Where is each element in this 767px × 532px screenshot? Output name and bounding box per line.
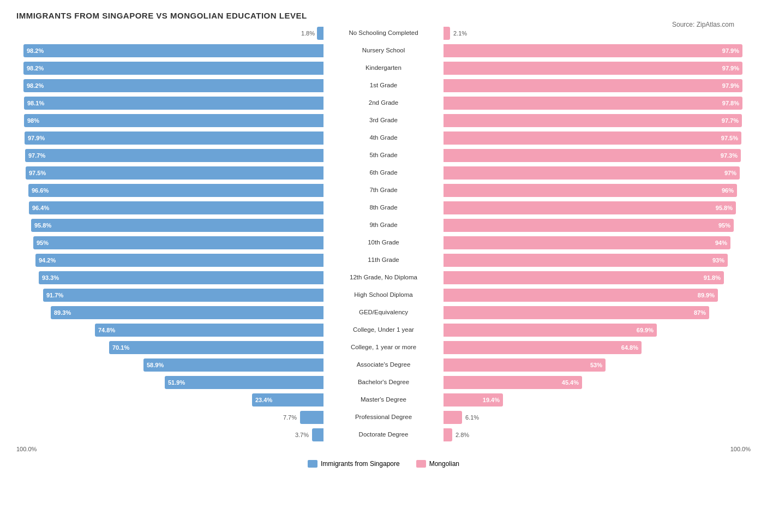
legend-pink: Mongolian: [416, 460, 459, 468]
left-value-outside: 3.7%: [295, 432, 309, 438]
blue-bar: 97.9%: [25, 131, 323, 145]
pink-bar: 97.7%: [444, 114, 742, 127]
right-value: 97.5%: [721, 135, 738, 141]
blue-bar: 94.2%: [35, 254, 323, 267]
legend-blue-box: [308, 460, 317, 468]
pink-bar: 95%: [444, 219, 734, 232]
blue-bar: 89.3%: [51, 306, 323, 319]
right-value: 91.8%: [704, 274, 721, 281]
row-label: Kindergarten: [323, 64, 444, 72]
right-value: 97.7%: [722, 117, 739, 124]
blue-bar: 51.9%: [165, 376, 323, 389]
blue-bar: [312, 428, 323, 441]
left-bar-container: 70.1%: [16, 341, 323, 354]
pink-bar: 97%: [444, 166, 740, 180]
left-value: 95.8%: [34, 222, 51, 229]
left-bar-container: 96.6%: [16, 184, 323, 197]
legend-blue: Immigrants from Singapore: [308, 460, 400, 468]
row-label: 5th Grade: [323, 152, 444, 159]
right-bar-container: 6.1%: [444, 411, 751, 424]
right-bar-container: 64.8%: [444, 341, 751, 354]
right-bar-container: 97%: [444, 166, 751, 180]
right-value-outside: 2.8%: [456, 432, 469, 438]
left-bar-container: 98.2%: [16, 79, 323, 92]
left-bar-container: 89.3%: [16, 306, 323, 319]
bottom-axis: 100.0% 100.0%: [16, 446, 751, 452]
pink-bar: 97.9%: [444, 44, 742, 57]
row-label: Nursery School: [323, 47, 444, 55]
left-bar-container: 23.4%: [16, 393, 323, 407]
row-label: College, 1 year or more: [323, 344, 444, 351]
right-value: 97%: [724, 170, 736, 176]
left-bar-container: 97.5%: [16, 166, 323, 180]
chart-row: 23.4% Master's Degree 19.4%: [16, 392, 751, 408]
left-bar-container: 3.7%: [16, 428, 323, 441]
chart-row: 98% 3rd Grade 97.7%: [16, 113, 751, 128]
left-bar-container: 98.2%: [16, 44, 323, 57]
right-value: 97.8%: [722, 100, 739, 106]
right-bar-container: 97.3%: [444, 149, 751, 162]
left-value: 97.7%: [28, 152, 45, 159]
row-label: 9th Grade: [323, 222, 444, 229]
right-value: 53%: [590, 362, 602, 368]
row-label: 1st Grade: [323, 82, 444, 89]
chart-row: 97.7% 5th Grade 97.3%: [16, 148, 751, 163]
left-value: 96.4%: [32, 205, 49, 211]
chart-row: 95.8% 9th Grade 95%: [16, 218, 751, 233]
left-value: 97.9%: [28, 135, 45, 141]
right-value: 96%: [722, 187, 734, 194]
row-label: 12th Grade, No Diploma: [323, 274, 444, 282]
pink-bar: 87%: [444, 306, 709, 319]
right-bar-container: 91.8%: [444, 271, 751, 284]
pink-bar: 64.8%: [444, 341, 642, 354]
left-value: 97.5%: [29, 170, 46, 176]
right-bar-container: 87%: [444, 306, 751, 319]
left-bar-container: 98%: [16, 114, 323, 127]
chart-row: 93.3% 12th Grade, No Diploma 91.8%: [16, 270, 751, 285]
left-value: 98.2%: [27, 47, 44, 54]
row-label: No Schooling Completed: [323, 29, 444, 37]
blue-bar: 58.9%: [143, 358, 323, 372]
right-value-outside: 2.1%: [453, 30, 467, 37]
left-value: 98.1%: [27, 100, 44, 106]
left-value: 91.7%: [46, 292, 63, 298]
right-value: 95.8%: [716, 205, 733, 211]
right-value: 69.9%: [637, 327, 654, 333]
chart-row: 58.9% Associate's Degree 53%: [16, 357, 751, 373]
left-bar-container: 97.9%: [16, 131, 323, 145]
right-value: 19.4%: [483, 397, 500, 403]
chart-row: 98.2% Nursery School 97.9%: [16, 43, 751, 58]
left-bar-container: 95.8%: [16, 219, 323, 232]
row-label: 7th Grade: [323, 187, 444, 194]
left-value: 70.1%: [112, 344, 129, 351]
right-bar-container: 53%: [444, 358, 751, 372]
right-bar-container: 94%: [444, 236, 751, 249]
chart-row: 3.7% Doctorate Degree 2.8%: [16, 427, 751, 443]
left-value-outside: 7.7%: [283, 414, 297, 421]
right-value: 97.9%: [722, 65, 739, 71]
left-value: 98.2%: [27, 82, 44, 89]
row-label: Bachelor's Degree: [323, 379, 444, 386]
pink-bar: 69.9%: [444, 324, 657, 337]
pink-bar: 89.9%: [444, 289, 718, 302]
row-label: 10th Grade: [323, 239, 444, 247]
row-label: High School Diploma: [323, 291, 444, 299]
blue-bar: 74.8%: [95, 324, 323, 337]
pink-bar: 19.4%: [444, 393, 503, 407]
right-bar-container: 19.4%: [444, 393, 751, 407]
right-value-outside: 6.1%: [465, 414, 479, 421]
right-value: 95%: [718, 222, 730, 229]
right-bar-container: 97.9%: [444, 44, 751, 57]
right-bar-container: 95%: [444, 219, 751, 232]
blue-bar: 98.1%: [24, 97, 323, 110]
row-label: Associate's Degree: [323, 361, 444, 369]
right-bar-container: 2.8%: [444, 428, 751, 441]
right-value: 97.3%: [721, 152, 738, 159]
row-label: 11th Grade: [323, 256, 444, 264]
chart-row: 96.4% 8th Grade 95.8%: [16, 200, 751, 216]
blue-bar: 95%: [33, 236, 323, 249]
pink-bar: [444, 428, 452, 441]
chart-row: 89.3% GED/Equivalency 87%: [16, 305, 751, 320]
left-value: 96.6%: [32, 187, 49, 194]
chart-container: 1.8% No Schooling Completed 2.1% 98.2% N…: [16, 26, 751, 443]
